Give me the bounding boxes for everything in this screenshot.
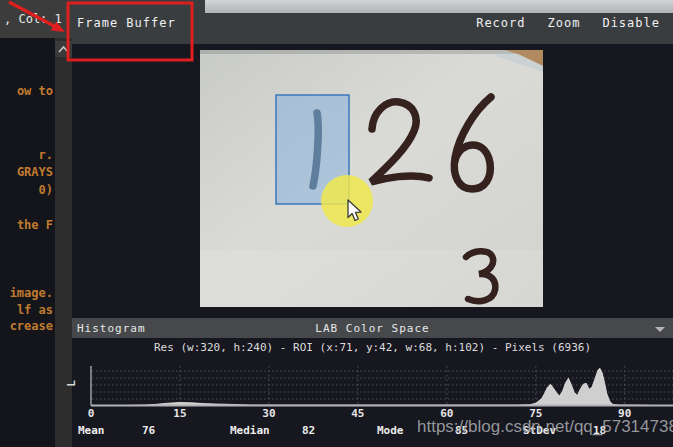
cursor-position-label: , Col: 1 bbox=[4, 12, 62, 26]
editor-status-bar: , Col: 1 bbox=[0, 0, 72, 38]
median-label: Median bbox=[230, 424, 270, 437]
frame-buffer-title: Frame Buffer bbox=[77, 16, 176, 30]
paper-top-shadow bbox=[200, 50, 543, 54]
histogram-data-shape bbox=[91, 368, 673, 405]
scroll-up-button[interactable] bbox=[55, 41, 72, 57]
code-fragment: image. bbox=[10, 286, 53, 300]
x-tick-label: 30 bbox=[262, 407, 275, 420]
chevron-up-icon bbox=[58, 46, 69, 53]
watermark-text: https://blog.csdn.net/qq_57314738 bbox=[417, 417, 673, 437]
code-fragment: lf as bbox=[17, 303, 53, 317]
channel-label: L bbox=[65, 380, 78, 387]
x-tick-label: 45 bbox=[351, 407, 364, 420]
histogram-header: Histogram LAB Color Space bbox=[72, 318, 673, 338]
color-space-dropdown[interactable]: LAB Color Space bbox=[72, 322, 673, 335]
code-fragment: ow to bbox=[17, 84, 53, 98]
code-fragment: the F bbox=[17, 218, 53, 232]
median-value: 82 bbox=[302, 424, 315, 437]
record-button[interactable]: Record bbox=[476, 16, 525, 30]
frame-buffer-view[interactable] bbox=[72, 44, 673, 318]
code-fragment: 0) bbox=[39, 183, 53, 197]
window-top-strip bbox=[205, 0, 673, 13]
x-tick-label: 15 bbox=[173, 407, 186, 420]
mode-label: Mode bbox=[377, 424, 404, 437]
zoom-button[interactable]: Zoom bbox=[548, 16, 581, 30]
camera-image[interactable] bbox=[200, 50, 543, 307]
code-fragment: r. bbox=[39, 148, 53, 162]
chevron-down-icon[interactable] bbox=[654, 326, 666, 333]
cursor-highlight bbox=[321, 175, 373, 227]
disable-button[interactable]: Disable bbox=[602, 16, 660, 30]
histogram-plot bbox=[72, 358, 673, 410]
mean-value: 76 bbox=[142, 424, 155, 437]
code-fragment: crease bbox=[10, 319, 53, 333]
code-editor[interactable]: ow tor.GRAYS0)the Fimage.lf ascrease bbox=[0, 38, 55, 447]
frame-buffer-toolbar: Record Zoom Disable bbox=[476, 16, 660, 30]
resolution-roi-info: Res (w:320, h:240) - ROI (x:71, y:42, w:… bbox=[72, 339, 673, 356]
mean-label: Mean bbox=[78, 424, 105, 437]
x-tick-label: 0 bbox=[88, 407, 95, 420]
code-fragment: GRAYS bbox=[17, 165, 53, 179]
